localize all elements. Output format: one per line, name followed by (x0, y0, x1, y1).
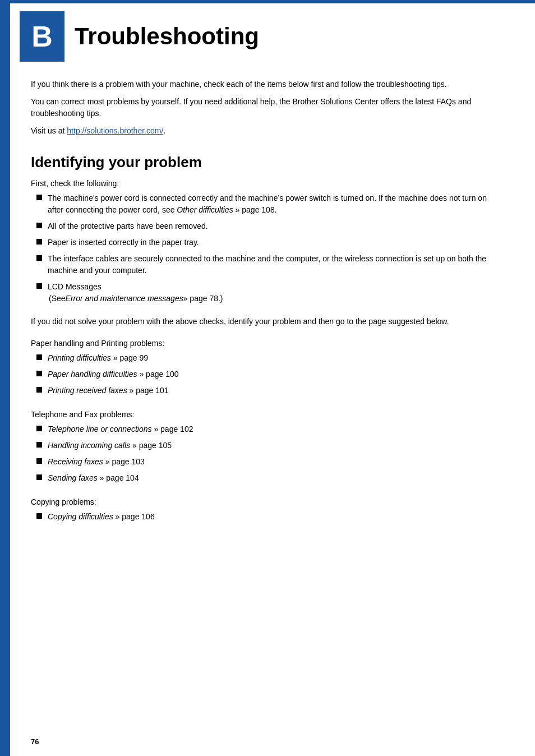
list-item: Telephone line or connections » page 102 (36, 423, 504, 435)
bullet-icon (36, 387, 42, 393)
list-item: Paper is inserted correctly in the paper… (36, 237, 504, 248)
intro-paragraph-1: If you think there is a problem with you… (31, 79, 504, 90)
left-accent (0, 0, 10, 756)
list-item: Printing received faxes » page 101 (36, 385, 504, 397)
bullet-icon (36, 223, 42, 228)
problem-group-fax: Telephone and Fax problems: Telephone li… (31, 410, 504, 484)
list-item: Sending faxes » page 104 (36, 472, 504, 484)
bullet-icon (36, 255, 42, 261)
list-item: All of the protective parts have been re… (36, 220, 504, 232)
solutions-link[interactable]: http://solutions.brother.com/ (67, 126, 163, 135)
top-bar (10, 0, 535, 3)
first-check-label: First, check the following: (31, 179, 504, 188)
list-item: Printing difficulties » page 99 (36, 352, 504, 364)
list-item: LCD Messages (See Error and maintenance … (36, 281, 504, 305)
group-title-fax: Telephone and Fax problems: (31, 410, 504, 419)
chapter-title: Troubleshooting (75, 23, 259, 50)
bullet-icon (36, 283, 42, 289)
chapter-header: B Troubleshooting (20, 11, 504, 62)
list-item: Paper handling difficulties » page 100 (36, 368, 504, 380)
list-item: The machine's power cord is connected co… (36, 192, 504, 216)
bullet-icon (36, 371, 42, 376)
group-title-paper: Paper handling and Printing problems: (31, 339, 504, 348)
bullet-icon (36, 195, 42, 200)
group-list-fax: Telephone line or connections » page 102… (36, 423, 504, 484)
list-item: Handling incoming calls » page 105 (36, 440, 504, 451)
bullet-icon (36, 442, 42, 448)
bullet-icon (36, 513, 42, 519)
page: B Troubleshooting If you think there is … (0, 0, 535, 756)
section-title: Identifying your problem (31, 154, 504, 171)
intro-paragraph-2: You can correct most problems by yoursel… (31, 96, 504, 119)
list-item: Copying difficulties » page 106 (36, 511, 504, 523)
bullet-icon (36, 354, 42, 360)
group-list-copy: Copying difficulties » page 106 (36, 511, 504, 523)
list-item: The interface cables are securely connec… (36, 253, 504, 276)
group-list-paper: Printing difficulties » page 99 Paper ha… (36, 352, 504, 397)
bullet-icon (36, 239, 42, 245)
checklist: The machine's power cord is connected co… (36, 192, 504, 305)
problem-group-copy: Copying problems: Copying difficulties »… (31, 497, 504, 523)
chapter-letter: B (20, 11, 64, 62)
list-item: Receiving faxes » page 103 (36, 456, 504, 468)
sub-note: (See Error and maintenance messages » pa… (49, 293, 223, 305)
footer-accent (0, 734, 10, 756)
middle-text: If you did not solve your problem with t… (31, 316, 504, 328)
problem-group-paper: Paper handling and Printing problems: Pr… (31, 339, 504, 397)
group-title-copy: Copying problems: (31, 497, 504, 506)
bullet-icon (36, 474, 42, 480)
intro-paragraph-3: Visit us at http://solutions.brother.com… (31, 125, 504, 137)
page-number: 76 (31, 737, 39, 746)
bullet-icon (36, 458, 42, 464)
bullet-icon (36, 426, 42, 431)
